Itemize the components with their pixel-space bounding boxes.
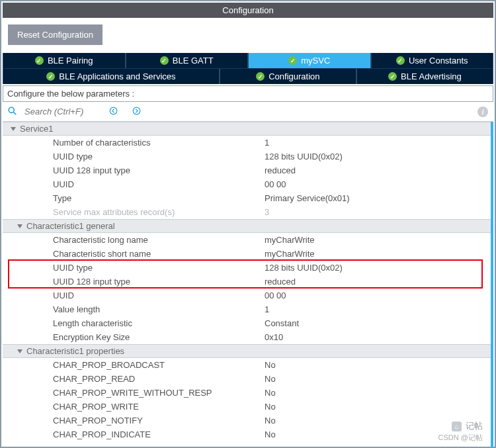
- svg-line-1: [14, 112, 17, 114]
- check-icon: ✓: [46, 72, 55, 81]
- instruction-bar: Configure the below parameters :: [3, 85, 493, 102]
- instruction-text: Configure the below parameters :: [7, 89, 134, 99]
- property-row[interactable]: UUID type128 bits UUID(0x02): [3, 150, 491, 163]
- property-row[interactable]: CHAR_PROP_BROADCASTNo: [3, 358, 491, 372]
- property-row: Service max attributes record(s)3: [3, 205, 491, 219]
- property-value: No: [265, 402, 491, 412]
- svg-point-2: [110, 107, 117, 114]
- property-row[interactable]: Length characteristicConstant: [3, 316, 491, 330]
- search-icon[interactable]: [8, 107, 17, 117]
- group-header-service1[interactable]: Service1: [3, 122, 491, 136]
- group-title: Characteristic1 general: [26, 221, 115, 231]
- property-label: CHAR_PROP_BROADCAST: [53, 360, 265, 370]
- reset-configuration-button[interactable]: Reset Configuration: [8, 24, 103, 45]
- property-label: UUID type: [53, 152, 265, 161]
- tab-ble-pairing[interactable]: ✓ BLE Pairing: [3, 53, 126, 68]
- check-icon: ✓: [388, 72, 397, 81]
- info-icon[interactable]: i: [477, 107, 488, 117]
- property-value: 1: [265, 304, 491, 314]
- property-label: CHAR_PROP_WRITE_WITHOUT_RESP: [53, 388, 265, 398]
- chevron-down-icon: [17, 349, 22, 353]
- window-title: Configuration: [222, 5, 273, 15]
- property-row[interactable]: Number of characteristics1: [3, 136, 491, 150]
- property-value: 128 bits UUID(0x02): [265, 263, 491, 273]
- tab-label: BLE GATT: [173, 56, 214, 66]
- tab-label: User Constants: [409, 56, 468, 66]
- property-value: 0x10: [265, 332, 491, 342]
- property-value: 3: [265, 207, 491, 217]
- property-row[interactable]: Encryption Key Size0x10: [3, 330, 491, 344]
- svg-point-0: [9, 107, 14, 112]
- property-row[interactable]: UUID 128 input typereduced: [3, 163, 491, 177]
- watermark-line1: 记帖: [466, 420, 483, 432]
- property-label: CHAR_PROP_WRITE: [53, 402, 265, 412]
- tabs-row-2: ✓ BLE Applications and Services ✓ Config…: [3, 68, 493, 84]
- property-row[interactable]: UUID 128 input typereduced: [3, 275, 491, 289]
- property-row[interactable]: CHAR_PROP_WRITE_WITHOUT_RESPNo: [3, 386, 491, 400]
- app-frame: Configuration Reset Configuration ✓ BLE …: [0, 0, 496, 448]
- tab-user-constants[interactable]: ✓ User Constants: [371, 53, 494, 68]
- property-row[interactable]: CHAR_PROP_WRITENo: [3, 400, 491, 414]
- property-value: Constant: [265, 318, 491, 328]
- check-icon: ✓: [396, 56, 405, 65]
- search-next-icon[interactable]: [132, 107, 141, 117]
- property-row[interactable]: UUID00 00: [3, 177, 491, 191]
- property-row[interactable]: TypePrimary Service(0x01): [3, 191, 491, 205]
- chevron-down-icon: [17, 224, 22, 228]
- property-value: 00 00: [265, 179, 491, 189]
- property-value: Primary Service(0x01): [265, 193, 491, 203]
- tab-label: Configuration: [269, 71, 319, 81]
- property-row[interactable]: CHAR_PROP_INDICATENo: [3, 427, 491, 441]
- property-value: myCharWrite: [265, 235, 491, 245]
- property-label: Characteristic long name: [53, 235, 265, 245]
- tab-label: mySVC: [301, 56, 330, 66]
- tab-configuration[interactable]: ✓ Configuration: [220, 69, 356, 84]
- tab-label: BLE Applications and Services: [59, 71, 175, 81]
- tab-mysvc[interactable]: ✓ mySVC: [248, 53, 371, 68]
- check-icon: ✓: [288, 56, 297, 65]
- property-label: UUID type: [53, 263, 265, 273]
- search-prev-icon[interactable]: [109, 107, 118, 117]
- property-label: UUID: [53, 291, 265, 300]
- property-value: No: [265, 360, 491, 370]
- search-nav: [109, 107, 141, 117]
- property-label: Type: [53, 193, 265, 203]
- search-input[interactable]: [23, 106, 103, 117]
- property-value: 00 00: [265, 291, 491, 300]
- property-label: UUID: [53, 179, 265, 189]
- check-icon: ✓: [35, 56, 44, 65]
- toolbar: Reset Configuration: [3, 18, 493, 53]
- properties-tree[interactable]: Service1 Number of characteristics1 UUID…: [3, 122, 493, 448]
- tab-ble-gatt[interactable]: ✓ BLE GATT: [126, 53, 249, 68]
- property-row[interactable]: Value length1: [3, 302, 491, 316]
- property-row[interactable]: CHAR_PROP_NOTIFYNo: [3, 414, 491, 427]
- property-row[interactable]: UUID type128 bits UUID(0x02): [3, 261, 491, 275]
- property-row[interactable]: Characteristic short namemyCharWrite: [3, 247, 491, 261]
- watermark-line2: CSDN @记帖: [438, 433, 483, 443]
- property-label: CHAR_PROP_NOTIFY: [53, 416, 265, 426]
- group-header-characteristic1-general[interactable]: Characteristic1 general: [3, 219, 491, 233]
- group-header-characteristic1-properties[interactable]: Characteristic1 properties: [3, 344, 491, 358]
- property-value: 128 bits UUID(0x02): [265, 152, 491, 161]
- check-icon: ✓: [256, 72, 265, 81]
- property-label: Length characteristic: [53, 318, 265, 328]
- property-label: Number of characteristics: [53, 138, 265, 148]
- property-row[interactable]: CHAR_PROP_READNo: [3, 372, 491, 386]
- property-value: reduced: [265, 277, 491, 287]
- tab-label: BLE Advertising: [401, 71, 462, 81]
- tab-ble-apps-services[interactable]: ✓ BLE Applications and Services: [3, 69, 220, 84]
- property-label: UUID 128 input type: [53, 165, 265, 175]
- tab-label: BLE Pairing: [48, 56, 93, 66]
- property-label: Service max attributes record(s): [53, 207, 265, 217]
- property-value: No: [265, 388, 491, 398]
- property-label: Encryption Key Size: [53, 332, 265, 342]
- tab-ble-advertising[interactable]: ✓ BLE Advertising: [356, 69, 493, 84]
- watermark: ⌂记帖 CSDN @记帖: [438, 420, 483, 443]
- property-row[interactable]: Characteristic long namemyCharWrite: [3, 233, 491, 247]
- property-row[interactable]: UUID00 00: [3, 289, 491, 302]
- group-title: Characteristic1 properties: [26, 346, 124, 356]
- property-label: Value length: [53, 304, 265, 314]
- tabs-row-1: ✓ BLE Pairing ✓ BLE GATT ✓ mySVC ✓ User …: [3, 53, 493, 68]
- watermark-icon: ⌂: [452, 422, 462, 431]
- property-value: reduced: [265, 165, 491, 175]
